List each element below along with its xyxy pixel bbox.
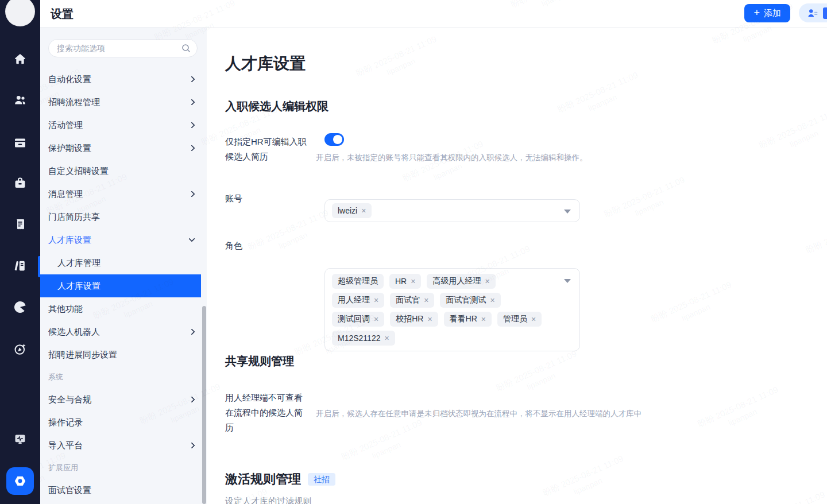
remove-tag-icon[interactable]: × xyxy=(424,296,428,305)
remove-tag-icon[interactable]: × xyxy=(374,315,378,324)
edit-permission-toggle-label: 仅指定HR可编辑入职候选人简历 xyxy=(225,134,311,164)
page-title: 人才库设置 xyxy=(225,53,306,75)
role-tag: M12S21122× xyxy=(332,331,395,346)
sidebar-item-store-resume[interactable]: 门店简历共享 xyxy=(40,206,207,228)
header: 设置 + 添加 xyxy=(40,0,827,28)
sidebar-item-security-compliance[interactable]: 安全与合规 xyxy=(40,388,207,411)
sidebar-section-extensions: 扩展应用 xyxy=(40,457,207,479)
edit-permission-heading: 入职候选人编辑权限 xyxy=(225,99,329,114)
edit-permission-toggle[interactable] xyxy=(324,133,344,146)
chevron-right-icon xyxy=(188,99,195,105)
share-rules-toggle-label: 用人经理端不可查看在流程中的候选人简历 xyxy=(225,390,310,435)
main-content: 人才库设置 入职候选人编辑权限 仅指定HR可编辑入职候选人简历 开启后，未被指定… xyxy=(207,28,827,504)
chevron-down-icon xyxy=(188,235,195,242)
sidebar-item-interviewer-settings[interactable]: 面试官设置 xyxy=(40,479,207,502)
social-recruit-badge: 社招 xyxy=(308,473,335,486)
remove-tag-icon[interactable]: × xyxy=(361,206,366,215)
contact-person-icon xyxy=(806,7,819,20)
dropdown-caret-icon xyxy=(564,279,571,283)
sidebar-item-message[interactable]: 消息管理 xyxy=(40,183,207,206)
share-rules-help: 开启后，候选人存在任意申请是未归档状态即视为在流程中，将不显示在用人经理端的人才… xyxy=(316,409,810,419)
account-tag: lweizi × xyxy=(332,203,372,218)
page-header-title: 设置 xyxy=(51,0,74,28)
users-icon[interactable] xyxy=(13,93,27,107)
account-label: 账号 xyxy=(225,191,311,206)
remove-tag-icon[interactable]: × xyxy=(531,315,536,324)
sidebar-item-other-functions[interactable]: 其他功能 xyxy=(40,297,207,320)
sidebar-section-system: 系统 xyxy=(40,366,207,388)
gear-icon xyxy=(13,474,28,489)
settings-sidenav: 自动化设置 招聘流程管理 活动管理 保护期设置 自定义招聘设置 消息管理 门店简… xyxy=(40,28,207,504)
role-select[interactable]: 超级管理员 HR× 高级用人经理× 用人经理× 面试官× 面试官测试× 测试回调… xyxy=(324,268,580,351)
role-tag: 管理员× xyxy=(497,312,542,327)
search-input[interactable] xyxy=(48,39,198,57)
account-select[interactable]: lweizi × xyxy=(324,199,580,222)
role-tag: 面试官× xyxy=(390,293,434,308)
chevron-right-icon xyxy=(188,122,195,128)
role-tag-row: M12S21122× xyxy=(332,331,559,346)
sidebar-item-protection[interactable]: 保护期设置 xyxy=(40,137,207,160)
sidebar-item-talent-pool-settings-parent[interactable]: 人才库设置 xyxy=(40,228,207,251)
role-tag-row: 超级管理员 HR× 高级用人经理× xyxy=(332,274,559,289)
compass-sparkle-icon[interactable] xyxy=(13,342,27,356)
chevron-right-icon xyxy=(188,442,195,448)
sidebar-item-operation-log[interactable]: 操作记录 xyxy=(40,411,207,434)
role-tag: 超级管理员 xyxy=(332,274,384,289)
sidebar-item-automation[interactable]: 自动化设置 xyxy=(40,68,207,91)
user-pill[interactable] xyxy=(799,3,827,22)
edit-permission-help: 开启后，未被指定的账号将只能查看其权限内的入职候选人，无法编辑和操作。 xyxy=(316,153,588,163)
role-tag: HR× xyxy=(389,274,421,289)
sidebar-item-talent-pool-manage[interactable]: 人才库管理 xyxy=(40,251,207,274)
sidebar-item-talent-pool-settings[interactable]: 人才库设置 xyxy=(40,274,201,297)
search-box xyxy=(48,39,198,57)
sidebar-item-activity[interactable]: 活动管理 xyxy=(40,114,207,137)
monitor-activity-icon[interactable] xyxy=(13,432,27,446)
calendar-icon[interactable] xyxy=(13,136,27,150)
pie-chart-icon[interactable] xyxy=(13,300,27,314)
sidebar-item-progress-sync[interactable]: 招聘进展同步设置 xyxy=(40,343,207,366)
sidebar-item-custom-recruit[interactable]: 自定义招聘设置 xyxy=(40,160,207,183)
role-tag-row: 测试回调× 校招HR× 看看HR× 管理员× xyxy=(332,312,559,327)
share-rules-heading: 共享规则管理 xyxy=(225,354,294,369)
sidebar-item-candidate-robot[interactable]: 候选人机器人 xyxy=(40,320,207,343)
sidenav-scrollbar[interactable] xyxy=(202,306,206,504)
role-tag: 看看HR× xyxy=(444,312,492,327)
briefcase-icon[interactable] xyxy=(13,176,27,190)
role-tag-row: 用人经理× 面试官× 面试官测试× xyxy=(332,293,559,308)
chevron-right-icon xyxy=(188,396,195,402)
remove-tag-icon[interactable]: × xyxy=(481,315,486,324)
remove-tag-icon[interactable]: × xyxy=(384,334,389,343)
sidebar-item-recruit-process[interactable]: 招聘流程管理 xyxy=(40,91,207,114)
plus-icon: + xyxy=(753,7,760,18)
role-tag: 面试官测试× xyxy=(440,293,500,308)
activation-rules-description: 设定人才库的过滤规则 xyxy=(225,496,311,504)
remove-tag-icon[interactable]: × xyxy=(485,277,489,286)
home-icon[interactable] xyxy=(13,52,27,66)
role-tag: 用人经理× xyxy=(332,293,384,308)
settings-app-button[interactable] xyxy=(6,467,34,495)
chevron-right-icon xyxy=(188,145,195,151)
sidebar-item-import-platform[interactable]: 导入平台 xyxy=(40,434,207,457)
chevron-right-icon xyxy=(188,76,195,82)
add-button[interactable]: + 添加 xyxy=(744,4,790,22)
remove-tag-icon[interactable]: × xyxy=(427,315,432,324)
remove-tag-icon[interactable]: × xyxy=(374,296,378,305)
clipped-pill-content xyxy=(823,7,827,19)
role-tag: 测试回调× xyxy=(332,312,384,327)
role-tag: 校招HR× xyxy=(390,312,438,327)
role-label: 角色 xyxy=(225,238,311,253)
library-icon[interactable] xyxy=(13,259,27,273)
document-icon[interactable] xyxy=(13,218,27,231)
dropdown-caret-icon xyxy=(564,210,571,214)
remove-tag-icon[interactable]: × xyxy=(411,277,415,286)
app-rail xyxy=(0,0,40,504)
add-button-label: 添加 xyxy=(764,8,781,19)
search-icon xyxy=(181,44,191,53)
role-tag: 高级用人经理× xyxy=(427,274,495,289)
active-app-indicator xyxy=(38,256,40,277)
chevron-right-icon xyxy=(188,191,195,197)
activation-rules-heading: 激活规则管理 社招 xyxy=(225,471,335,488)
workspace-avatar[interactable] xyxy=(5,0,35,26)
settings-menu: 自动化设置 招聘流程管理 活动管理 保护期设置 自定义招聘设置 消息管理 门店简… xyxy=(40,68,207,502)
remove-tag-icon[interactable]: × xyxy=(490,296,494,305)
